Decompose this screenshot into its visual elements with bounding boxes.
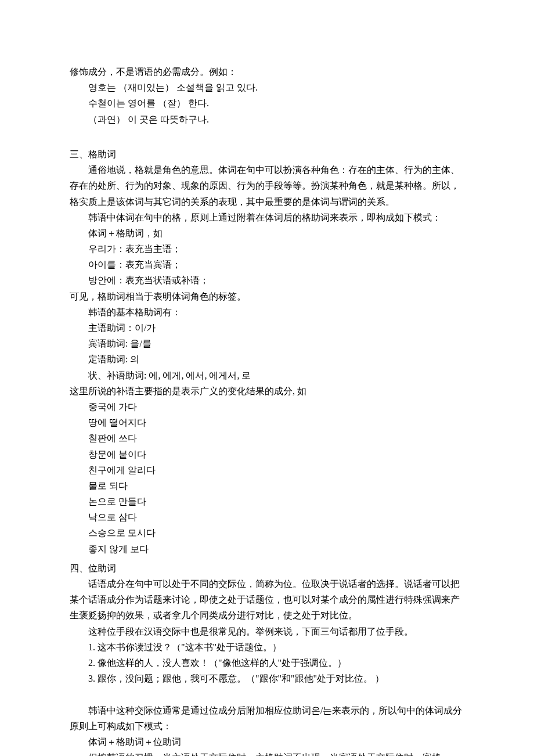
body-text: 这里所说的补语主要指的是表示广义的变化结果的成分, 如 bbox=[70, 383, 464, 399]
example-line: 좋지 않게 보다 bbox=[70, 541, 464, 557]
example-line: 중국에 가다 bbox=[70, 399, 464, 415]
example-line: 물로 되다 bbox=[70, 478, 464, 494]
numbered-example: 3. 跟你，没问题；跟他，我可不愿意。（"跟你"和"跟他"处于对比位。 ） bbox=[70, 671, 464, 686]
example-line: 친구에게 알리다 bbox=[70, 462, 464, 478]
body-text: 修饰成分，不是谓语的必需成分。例如： bbox=[70, 64, 464, 80]
body-text: 韩语中这种交际位通常是通过位成分后附加相应位助词은/는来表示的，所以句中的体词成… bbox=[70, 703, 464, 734]
body-text: 可见，格助词相当于表明体词角色的标签。 bbox=[70, 289, 464, 304]
example-line: 칠판에 쓰다 bbox=[70, 430, 464, 446]
blank-line bbox=[70, 686, 464, 702]
body-text: 韩语中体词在句中的格，原则上通过附着在体词后的格助词来表示，即构成如下模式： bbox=[70, 210, 464, 225]
example-line: 영호는 （재미있는） 소설책을 읽고 있다. bbox=[70, 80, 464, 95]
example-line: 아이를：表充当宾语； bbox=[70, 257, 464, 272]
example-line: （과연） 이 곳은 따뜻하구나. bbox=[70, 111, 464, 127]
numbered-example: 2. 像他这样的人，没人喜欢！（"像他这样的人"处于强调位。） bbox=[70, 655, 464, 671]
numbered-example: 1. 这本书你读过没？（"这本书"处于话题位。） bbox=[70, 639, 464, 655]
example-line: 창문에 붙이다 bbox=[70, 447, 464, 462]
section-heading: 三、格助词 bbox=[70, 146, 464, 162]
example-line: 논으로 만들다 bbox=[70, 494, 464, 509]
body-text: 韩语的基本格助词有： bbox=[70, 304, 464, 320]
body-text: 体词＋格助词，如 bbox=[70, 225, 464, 241]
document-page: 修饰成分，不是谓语的必需成分。例如： 영호는 （재미있는） 소설책을 읽고 있다… bbox=[0, 0, 534, 756]
example-line: 수철이는 영어를 （잘） 한다. bbox=[70, 95, 464, 111]
example-line: 방안에：表充当状语或补语； bbox=[70, 272, 464, 288]
body-text: 这种位手段在汉语交际中也是很常见的。举例来说，下面三句话都用了位手段。 bbox=[70, 624, 464, 639]
example-line: 우리가：表充当主语； bbox=[70, 241, 464, 257]
body-text: 话语成分在句中可以处于不同的交际位，简称为位。位取决于说话者的选择。说话者可以把… bbox=[70, 576, 464, 624]
list-item: 状、补语助词: 에, 에게, 에서, 에게서, 로 bbox=[70, 368, 464, 383]
section-heading: 四、位助词 bbox=[70, 560, 464, 576]
example-line: 낙으로 삼다 bbox=[70, 509, 464, 525]
list-item: 主语助词：이/가 bbox=[70, 320, 464, 336]
body-text: 体词＋格助词＋位助词 bbox=[70, 734, 464, 750]
example-line: 스승으로 모시다 bbox=[70, 525, 464, 541]
example-line: 땅에 떨어지다 bbox=[70, 415, 464, 430]
list-item: 宾语助词: 을/를 bbox=[70, 336, 464, 351]
blank-line bbox=[70, 127, 464, 143]
list-item: 定语助词: 의 bbox=[70, 351, 464, 367]
body-text: 但按韩语的习惯，当主语处于交际位时，主格助词不出现；当宾语处于交际位时，宾格 bbox=[70, 750, 464, 756]
body-text: 通俗地说，格就是角色的意思。体词在句中可以扮演各种角色：存在的主体、行为的主体、… bbox=[70, 162, 464, 210]
